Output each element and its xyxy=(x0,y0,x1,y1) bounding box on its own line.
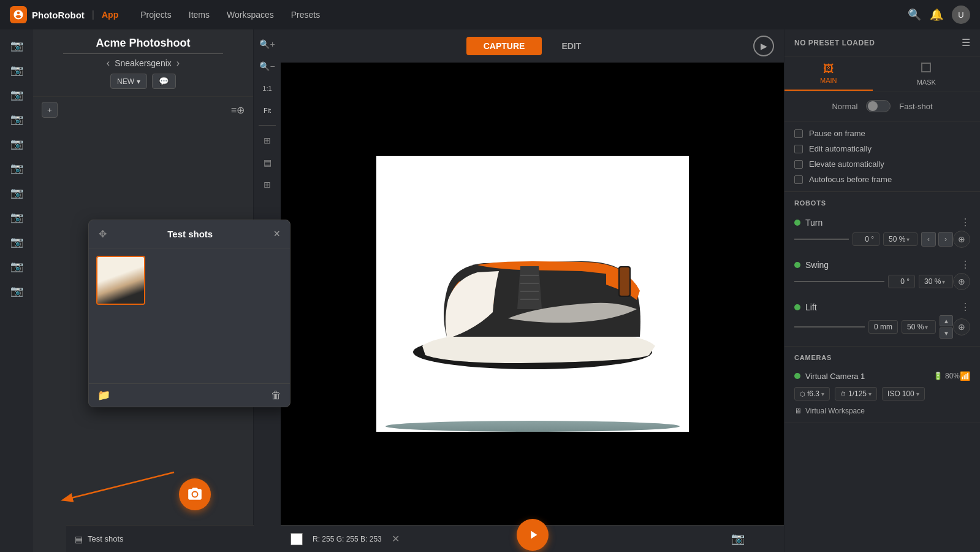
test-shots-close-button[interactable]: × xyxy=(273,228,280,240)
turn-prev-button[interactable]: ‹ xyxy=(921,232,936,247)
search-icon[interactable]: 🔍 xyxy=(908,8,921,21)
grid-tool-1[interactable]: ▤ xyxy=(257,153,277,172)
lift-down-button[interactable]: ▼ xyxy=(940,328,953,339)
folder-icon[interactable]: 📁 xyxy=(97,389,110,402)
new-button[interactable]: NEW ▾ xyxy=(110,74,147,89)
lift-speed-value[interactable]: 50 % ▾ xyxy=(902,320,936,334)
camera-icon-7[interactable]: 📷 xyxy=(6,182,28,204)
swing-robot-menu[interactable]: ⋮ xyxy=(960,259,970,270)
fit-button[interactable]: Fit xyxy=(257,101,277,120)
edit-auto-checkbox[interactable] xyxy=(794,145,803,153)
edit-tab[interactable]: EDIT xyxy=(544,37,598,55)
play-fab-button[interactable] xyxy=(517,519,549,551)
elevate-auto-checkbox[interactable] xyxy=(794,160,803,169)
nav-workspaces[interactable]: Workspaces xyxy=(219,6,281,23)
autofocus-checkbox[interactable] xyxy=(794,175,803,184)
swing-degree-value[interactable]: 0 ° xyxy=(888,275,915,288)
robots-section: ROBOTS Turn ⋮ 0 ° 50 % ▾ ‹ › xyxy=(784,192,980,347)
fast-shot-toggle[interactable] xyxy=(866,100,891,112)
camera-icon-10[interactable]: 📷 xyxy=(6,255,28,277)
swing-home-button[interactable]: ⊕ xyxy=(953,273,970,290)
play-button[interactable]: ▶ xyxy=(753,36,774,56)
test-shots-content xyxy=(89,248,290,383)
turn-home-button[interactable]: ⊕ xyxy=(953,231,970,248)
brightness-tool[interactable]: ⊞ xyxy=(257,131,277,150)
robots-section-title: ROBOTS xyxy=(794,199,970,207)
trash-icon[interactable]: 🗑 xyxy=(271,389,281,402)
preset-label: NO PRESET LOADED xyxy=(794,39,875,47)
turn-robot-controls: 0 ° 50 % ▾ ‹ › ⊕ xyxy=(794,231,970,248)
filter-icon[interactable]: ≡⊕ xyxy=(231,104,245,116)
lift-slider-track xyxy=(794,326,865,328)
swing-speed-value[interactable]: 30 % ▾ xyxy=(919,275,953,288)
lift-mm-value[interactable]: 0 mm xyxy=(868,320,898,334)
lift-robot-row: Lift ⋮ xyxy=(794,299,970,315)
project-subtitle: ‹ Sneakersgenix › xyxy=(107,58,180,69)
turn-speed-value[interactable]: 50 % ▾ xyxy=(883,232,917,246)
shot-thumbnail[interactable] xyxy=(96,256,145,305)
camera-icon-6[interactable]: 📷 xyxy=(6,157,28,179)
panel-menu-icon[interactable]: ☰ xyxy=(962,37,970,48)
camera-icon-1[interactable]: 📷 xyxy=(6,34,28,56)
test-shots-footer: 📁 🗑 xyxy=(89,383,290,407)
nav-items[interactable]: Items xyxy=(181,6,217,23)
zoom-in-tool[interactable]: 🔍+ xyxy=(257,34,277,54)
camera-icon-2[interactable]: 📷 xyxy=(6,59,28,81)
next-project-button[interactable]: › xyxy=(177,58,180,69)
lift-up-button[interactable]: ▲ xyxy=(940,315,953,326)
camera-icon-4[interactable]: 📷 xyxy=(6,108,28,130)
turn-robot-menu[interactable]: ⋮ xyxy=(960,217,970,228)
sneaker-image xyxy=(398,217,667,370)
drag-handle-icon[interactable]: ✥ xyxy=(99,228,107,240)
zoom-out-tool[interactable]: 🔍− xyxy=(257,56,277,76)
user-avatar[interactable]: U xyxy=(952,6,970,24)
comment-button[interactable]: 💬 xyxy=(152,74,176,89)
camera-icon-9[interactable]: 📷 xyxy=(6,231,28,253)
normal-label: Normal xyxy=(832,102,857,111)
lift-robot-controls: 0 mm 50 % ▾ ▲ ▼ ⊕ xyxy=(794,315,970,339)
main-viewer: CAPTURE EDIT ▶ 🔍+ 🔍− 1:1 Fit ⊞ ▤ ⊞ xyxy=(254,29,784,552)
camera-icon-5[interactable]: 📷 xyxy=(6,132,28,155)
camera-icon-3[interactable]: 📷 xyxy=(6,83,28,105)
frame-options: Pause on frame Edit automatically Elevat… xyxy=(784,121,980,192)
top-navigation: PhotoRobot | App Projects Items Workspac… xyxy=(0,0,980,29)
cameras-section-title: CAMERAS xyxy=(794,354,970,361)
turn-degree-value[interactable]: 0 ° xyxy=(853,232,879,246)
test-shots-bottom-label[interactable]: Test shots xyxy=(88,534,124,543)
clear-color-button[interactable]: ✕ xyxy=(392,533,400,545)
camera-icon-8[interactable]: 📷 xyxy=(6,206,28,228)
elevate-auto-row: Elevate automatically xyxy=(794,159,970,169)
main-nav: Projects Items Workspaces Presets xyxy=(133,6,327,23)
capture-camera-button[interactable] xyxy=(179,478,211,510)
iso-setting[interactable]: ISO 100 ▾ xyxy=(882,387,925,401)
nav-projects[interactable]: Projects xyxy=(133,6,179,23)
svg-line-1 xyxy=(64,472,174,500)
turn-next-button[interactable]: › xyxy=(938,232,953,247)
add-item-button[interactable]: + xyxy=(42,102,58,118)
main-tab-label: MAIN xyxy=(820,77,837,84)
turn-slider-track xyxy=(794,239,849,240)
viewer-top-bar: CAPTURE EDIT ▶ xyxy=(281,29,784,63)
bottom-icon: ▤ xyxy=(75,534,83,544)
lift-home-button[interactable]: ⊕ xyxy=(953,318,970,335)
grid-tool-2[interactable]: ⊞ xyxy=(257,175,277,194)
pause-on-frame-checkbox[interactable] xyxy=(794,129,803,138)
shutter-setting[interactable]: ⏱ 1/125 ▾ xyxy=(835,387,877,401)
aperture-setting[interactable]: ⬡ f6.3 ▾ xyxy=(794,387,830,401)
camera-icon-11[interactable]: 📷 xyxy=(6,280,28,302)
nav-presets[interactable]: Presets xyxy=(284,6,327,23)
capture-viewer-button[interactable]: 📷 xyxy=(729,529,747,548)
main-tab-icon: 🖼 xyxy=(823,63,834,75)
virtual-workspace-label: 🖥 Virtual Workspace xyxy=(794,407,970,415)
ratio-label: 1:1 xyxy=(257,79,277,98)
arrow-annotation xyxy=(39,460,180,509)
capture-tab[interactable]: CAPTURE xyxy=(466,37,542,55)
tab-mask[interactable]: MASK xyxy=(873,56,981,91)
tab-main[interactable]: 🖼 MAIN xyxy=(784,56,873,91)
prev-project-button[interactable]: ‹ xyxy=(107,58,110,69)
notifications-icon[interactable]: 🔔 xyxy=(930,8,943,21)
swing-slider-track xyxy=(794,281,884,282)
lift-robot-menu[interactable]: ⋮ xyxy=(960,301,970,313)
test-shots-title: Test shots xyxy=(167,229,213,239)
lift-status-indicator xyxy=(794,304,800,310)
